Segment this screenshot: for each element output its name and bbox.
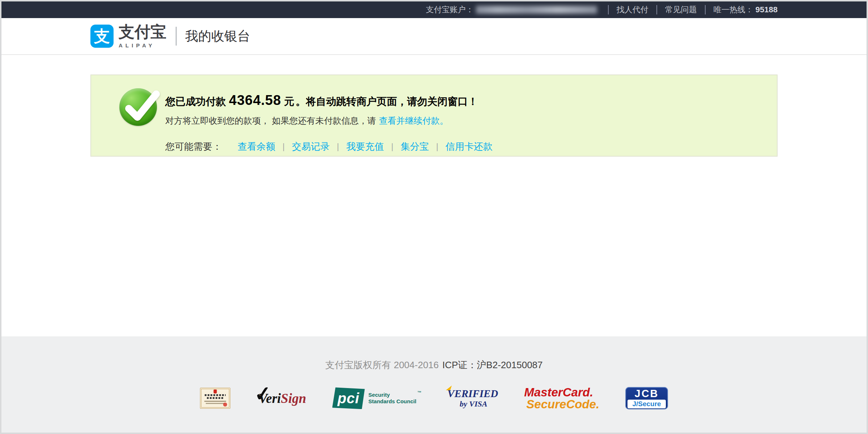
quick-link-recharge[interactable]: 我要充值 (346, 140, 384, 153)
maybe-need-label: 您可能需要： (165, 140, 222, 153)
alipay-logo-glyph: 支 (94, 28, 110, 44)
quick-link-transactions[interactable]: 交易记录 (292, 140, 329, 153)
success-suffix: 。将自动跳转商户页面，请勿关闭窗口！ (295, 96, 478, 107)
account-label: 支付宝账户： (426, 4, 474, 15)
security-badges-row: ✓VeriSign pci Security Standards Council… (1, 387, 867, 410)
success-banner: 您已成功付款4364.58元。将自动跳转商户页面，请勿关闭窗口！ 对方将立即收到… (90, 75, 778, 157)
copyright-text: 支付宝版权所有 2004-2016 (325, 359, 439, 370)
copyright: 支付宝版权所有 2004-2016ICP证：沪B2-20150087 (1, 336, 867, 371)
quick-link-separator: | (282, 141, 285, 152)
page-title: 我的收银台 (185, 27, 250, 45)
topbar-divider (705, 5, 706, 14)
verisign-check-icon: ✓ (254, 381, 272, 406)
faq-link[interactable]: 常见问题 (665, 4, 697, 15)
pay-for-others-link[interactable]: 找人代付 (617, 4, 648, 15)
header-divider (176, 27, 176, 46)
success-message: 您已成功付款4364.58元。将自动跳转商户页面，请勿关闭窗口！ (165, 92, 777, 109)
quick-links-row: 您可能需要： 查看余额 | 交易记录 | 我要充值 | 集分宝 | 信用卡还款 (165, 140, 777, 153)
alipay-logo[interactable]: 支 支付宝 ALIPAY (90, 24, 166, 48)
pci-badge: pci Security Standards Council ™ (332, 387, 422, 409)
topbar-divider (656, 5, 657, 14)
success-subtext: 对方将立即收到您的款项， 如果您还有未付款信息，请查看并继续付款。 (165, 115, 777, 127)
license-emblem-icon (213, 390, 217, 393)
quick-link-credit-card-repay[interactable]: 信用卡还款 (446, 140, 493, 153)
quick-link-balance[interactable]: 查看余额 (238, 140, 275, 153)
verisign-badge: ✓VeriSign (256, 391, 306, 406)
payment-amount: 4364.58 (229, 93, 281, 108)
account-value-blurred (476, 6, 597, 14)
brand-name-en: ALIPAY (119, 42, 166, 48)
brand-name-cn: 支付宝 (119, 24, 166, 40)
quick-link-separator: | (337, 141, 339, 152)
view-continue-pay-link[interactable]: 查看并继续付款。 (379, 116, 448, 125)
checkmark-glyph (119, 85, 161, 127)
success-check-icon (119, 88, 157, 126)
hotline-label: 唯一热线： (714, 5, 753, 14)
currency-unit: 元 (284, 96, 294, 107)
mastercard-securecode-badge: MasterCard. SecureCode. (524, 387, 599, 410)
header: 支 支付宝 ALIPAY 我的收银台 (1, 18, 867, 55)
license-seal-icon (223, 403, 227, 407)
quick-link-separator: | (391, 141, 393, 152)
footer: 支付宝版权所有 2004-2016ICP证：沪B2-20150087 ✓Veri… (1, 336, 867, 433)
hotline-number: 95188 (756, 5, 778, 14)
topbar: 支付宝账户： 找人代付 常见问题 唯一热线：95188 (1, 1, 867, 18)
alipay-logo-icon: 支 (90, 25, 114, 48)
verified-by-visa-badge: VERIFIED by VISA (447, 388, 498, 408)
main-content: 您已成功付款4364.58元。将自动跳转商户页面，请勿关闭窗口！ 对方将立即收到… (1, 55, 867, 336)
subtext-body: 对方将立即收到您的款项， 如果您还有未付款信息，请 (165, 116, 376, 125)
hotline: 唯一热线：95188 (714, 4, 778, 15)
payment-license-badge (200, 388, 230, 409)
quick-link-separator: | (436, 141, 438, 152)
jcb-jsecure-badge: JCB J/Secure (625, 387, 668, 409)
pci-mark-icon: pci (332, 387, 365, 409)
quick-link-jifenbao[interactable]: 集分宝 (401, 140, 429, 153)
alipay-cashier-page: 支付宝账户： 找人代付 常见问题 唯一热线：95188 支 支付宝 ALIPAY… (0, 0, 868, 434)
topbar-divider (608, 5, 609, 14)
icp-license-link[interactable]: ICP证：沪B2-20150087 (442, 359, 542, 370)
success-prefix: 您已成功付款 (165, 96, 226, 107)
